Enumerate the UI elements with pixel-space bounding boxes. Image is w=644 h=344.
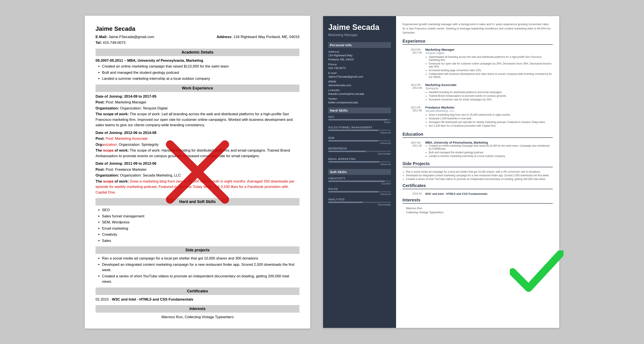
soft-skill-sales: SALES Advanced [328, 188, 391, 196]
side-section: Side projects [96, 246, 300, 254]
linkedin-value: linkedin.com/in/jaime-secada [328, 92, 391, 95]
exp-item-3: 2011-09 -2012-06 Freelance Marketer Seca… [402, 106, 553, 128]
side-projects-bullets: Ran a social media ad campaign for a loc… [402, 170, 553, 181]
twitter-label: Twitter [328, 97, 391, 100]
skill-3: SEM, Wordpress [102, 220, 300, 225]
exp1-org: Organization: Organization: Tenquist Dig… [96, 106, 300, 111]
hard-skill-wordpress: WORDPRESS Intermediate [328, 147, 391, 155]
exp3-company: Secada Marketing, LLC [425, 109, 553, 112]
side-2: Developed an integrated content marketin… [102, 262, 300, 273]
sfm-bar-bg [328, 130, 391, 131]
skills-list: SEO Sales funnel management SEM, Wordpre… [102, 207, 300, 243]
exp2-post: Post: Post: Marketing Associate [96, 136, 300, 141]
left-name: Jaime Secada [96, 24, 300, 33]
exp2-company: Spintegrity [425, 87, 553, 90]
edu1-degree: MBA, University of Pennsylvania, Marketi… [425, 141, 553, 144]
exp3-title: Freelance Marketer [425, 106, 553, 109]
left-contact-tel: Tel: 415-749-0073 [96, 40, 300, 46]
sfm-bar-fill [328, 130, 378, 131]
sem-bar-bg [328, 140, 391, 141]
cert-item-1: 2015-02 W3C and Intel - HTML5 and CSS Fu… [402, 192, 553, 196]
address-value1: 134 Rightward Way [328, 54, 391, 57]
sales-bar-fill [328, 191, 378, 193]
soft-skill-creativity: CREATIVITY Excellent [328, 177, 391, 185]
hard-skills-heading: Hard Skills [328, 107, 391, 113]
interest-2: Collecting Vintage Typewriters [402, 211, 553, 214]
exp2-scope: The scope of work: The scope of work: Ha… [96, 148, 300, 159]
exp2-org: Organization: Organization: Spintegrity [96, 142, 300, 147]
exp3-bullets: Grew a marketing blog from zero to 25,00… [425, 113, 553, 127]
academic-date: 09.2007-05.2011 – MBA, University of Pen… [96, 58, 300, 63]
exp1-content: Marketing Manager Tenquist Digital Spear… [425, 48, 553, 79]
phone-label: Phone [328, 63, 391, 66]
edu1-content: MBA, University of Pennsylvania, Marketi… [425, 141, 553, 158]
exp3-scope: The scope of work: Grew a marketing blog… [96, 179, 300, 195]
soft-skill-analytics: ANALYTICS Intermediate [328, 198, 391, 206]
address-value2: Portland, ME, 04019 [328, 58, 391, 61]
exp1-scope: The scope of work: The scope of work: Le… [96, 111, 300, 128]
exp1-company: Tenquist Digital [425, 51, 553, 55]
email-value: Jaime.FSecada@gmail.com [328, 75, 391, 78]
twitter-value: twitter.com/jaimesecada [328, 101, 391, 104]
acad-bullet-2: Built and managed the student geology po… [102, 70, 300, 75]
tel-value: 415-749-0073 [103, 41, 126, 45]
email-value: Jaime.FSecada@gmail.com [108, 35, 154, 39]
exp1-dates: 2014-09 -2017-05 [402, 48, 422, 79]
skills-section: Hard and Soft Skills [96, 198, 300, 206]
skill-2: Sales funnel management [102, 214, 300, 219]
side-1: Ran a social media ad campaign for a loc… [102, 256, 300, 261]
exp1-bullets: Spearheaded all branding across the web … [425, 56, 553, 78]
www-value: JaimeSecada.com [328, 84, 391, 87]
exp2-content: Marketing Associate Spintegrity Handled … [425, 83, 553, 102]
edu1-bullets: Created an online marketing campaign tha… [425, 144, 553, 157]
academic-section: Academic Details [96, 49, 300, 56]
email-bar-fill [328, 161, 380, 162]
exp3-content: Freelance Marketer Secada Marketing, LLC… [425, 106, 553, 128]
wp-bar-bg [328, 151, 391, 152]
phone-value: 415-749-0073 [328, 66, 391, 70]
skill-4: Email marketing [102, 226, 300, 231]
certs-section: Certificates [96, 287, 300, 295]
right-title: Marketing Manager [328, 33, 391, 37]
acad-bullet-3: Landed a summer marketing internship at … [102, 76, 300, 81]
right-name: Jaime Secada [328, 23, 391, 32]
education-heading: Education [402, 132, 553, 138]
analytics-bar-fill [328, 202, 363, 203]
analytics-bar-bg [328, 202, 391, 203]
exp-item-2: 2012-06 -2014-08 Marketing Associate Spi… [402, 83, 553, 102]
email-bar-bg [328, 161, 391, 162]
creativity-bar-bg [328, 181, 391, 182]
certs-heading: Certificates [402, 183, 553, 189]
email-label: E-mail [328, 71, 391, 75]
sales-bar-bg [328, 191, 391, 193]
exp2-title: Marketing Associate [425, 83, 553, 87]
exp1-date: Date of Joining: 2014-09 to 2017-05 [96, 94, 300, 99]
exp3-post: Post: Post: Freelance Marketer [96, 167, 300, 173]
experience-heading: Experience [402, 39, 553, 45]
right-sidebar: Jaime Secada Marketing Manager Personal … [323, 16, 396, 328]
linkedin-label: LinkedIn [328, 89, 391, 92]
exp1-title: Marketing Manager [425, 48, 553, 51]
www-label: WWW [328, 80, 391, 83]
hard-skill-sem: SEM Advanced [328, 136, 391, 144]
cert-line: 02.2015 - W3C and Intel - HTML5 and CSS … [96, 297, 300, 302]
hard-skill-seo: SEO Expert [328, 115, 391, 123]
sem-bar-fill [328, 140, 378, 141]
exp1-post: Post: Post: Marketing Manager [96, 100, 300, 105]
right-main: Experienced growth marketing manager wit… [396, 16, 559, 328]
exp2-date: Date of Joining: 2012-06 to 2014-08 [96, 130, 300, 136]
address-label: Address [328, 50, 391, 53]
exp3-dates: 2011-09 -2012-06 [402, 106, 422, 128]
soft-skills-heading: Soft Skills [328, 169, 391, 175]
edu1-dates: 2007-09 -2011-05 [402, 141, 422, 158]
address-line: Address: 134 Rightward Way Portland, ME,… [216, 34, 300, 40]
skill-1: SEO [102, 207, 300, 213]
exp-item-1: 2014-09 -2017-05 Marketing Manager Tenqu… [402, 48, 553, 79]
email-line: E-Mail: Jaime.FSecada@gmail.com [96, 34, 154, 40]
exp3-org: Organization: Organization: Secada Marke… [96, 173, 300, 178]
work-section: Work Experience [96, 84, 300, 92]
wp-bar-fill [328, 151, 366, 152]
interest-1: Warriors Run [402, 207, 553, 210]
main-summary: Experienced growth marketing manager wit… [402, 22, 553, 35]
skill-6: Sales [102, 238, 300, 244]
